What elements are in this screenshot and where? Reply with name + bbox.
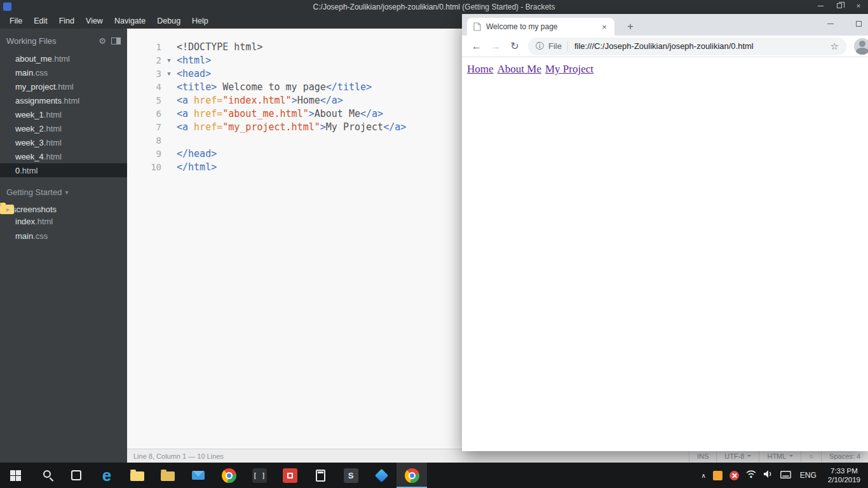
forward-button[interactable]: → [486,37,505,55]
working-file-assignments.html[interactable]: assignments.html [0,93,127,107]
language-indicator[interactable]: ENG [798,471,818,480]
menu-item-view[interactable]: View [80,14,109,29]
working-file-week_2.html[interactable]: week_2.html [0,121,127,135]
touch-keyboard-button[interactable] [780,470,791,481]
maximize-icon [856,21,862,27]
fold-arrow-icon[interactable]: ▼ [161,71,177,77]
project-header[interactable]: Getting Started ▾ [0,177,127,203]
working-file-about_me.html[interactable]: about_me.html [0,51,127,65]
file-name: week_2 [15,124,44,133]
browser-tab[interactable]: Welcome to my page × [467,18,614,36]
network-button[interactable] [746,470,756,481]
restore-icon [837,3,842,8]
tab-close-icon[interactable]: × [599,22,609,32]
diamond-app-button[interactable] [366,463,397,488]
page-link-my-project[interactable]: My Project [545,63,593,75]
new-tab-button[interactable]: + [622,19,639,34]
menu-item-file[interactable]: File [4,14,28,29]
language-selector[interactable]: HTML [759,449,801,463]
chrome-window: Welcome to my page × + ← → ↻ ⓘ File file… [462,14,868,451]
close-button[interactable]: × [849,0,868,11]
file-name: week_1 [15,110,44,119]
file-extension: .css [33,231,48,241]
working-files-header: Working Files ⚙ [0,29,127,51]
start-button[interactable] [0,463,31,488]
file-explorer-button[interactable] [122,463,153,488]
tray-orange-app-icon[interactable] [713,471,722,480]
page-link-about-me[interactable]: About Me [498,63,541,75]
file-extension: .css [33,68,48,78]
working-file-week_4.html[interactable]: week_4.html [0,149,127,163]
tree-folder-screenshots[interactable]: ▸screenshots [0,205,14,214]
diamond-app-icon [374,468,388,482]
code-text: <a href="about_me.html">About Me</a> [177,108,383,119]
s-app-icon: S [344,468,358,483]
fold-arrow-icon[interactable]: ▼ [161,57,177,64]
red-app-button[interactable] [275,463,305,488]
working-file-week_3.html[interactable]: week_3.html [0,135,127,149]
working-file-my_project.html[interactable]: my_project.html [0,79,127,93]
minimize-button[interactable] [816,14,844,33]
edge-icon: e [102,467,111,484]
minimize-button[interactable] [811,0,830,11]
url-text[interactable]: file:///C:/Joseph-Zoulikian/joseph-zouli… [574,41,825,51]
working-file-main.css[interactable]: main.css [0,65,127,79]
lint-status[interactable]: ○ [801,449,821,463]
restore-button[interactable] [830,0,849,11]
volume-button[interactable] [763,470,773,481]
calculator-button[interactable] [305,463,336,488]
chrome-window-controls [816,14,868,33]
working-file-week_1.html[interactable]: week_1.html [0,107,127,121]
folder-button[interactable] [153,463,183,488]
chrome-active-button[interactable] [397,463,427,488]
insert-mode-indicator[interactable]: INS [689,449,716,463]
taskbar: e [ ] S ∧ [0,463,868,488]
tree-file-main.css[interactable]: main.css [0,229,127,243]
file-extension: .html [44,124,62,133]
page-link-home[interactable]: Home [467,63,494,75]
clock-date: 2/10/2019 [828,475,860,484]
cursor-position-status: Line 8, Column 1 — 10 Lines [127,452,689,460]
bookmark-star-icon[interactable]: ☆ [831,41,839,52]
task-view-button[interactable] [61,463,92,488]
desktop: C:/Joseph-Zoulikian/joseph-zoulikian/0.h… [0,0,868,488]
brackets-titlebar[interactable]: C:/Joseph-Zoulikian/joseph-zoulikian/0.h… [0,0,868,14]
status-bar-right: INS UTF-8 HTML ○ Spaces: 4 [689,449,868,463]
keyboard-icon [780,471,791,478]
encoding-selector[interactable]: UTF-8 [716,449,759,463]
hidden-icons-chevron[interactable]: ∧ [701,472,705,479]
edge-button[interactable]: e [92,463,122,488]
page-info-icon[interactable]: ⓘ [536,41,544,52]
clock-time: 7:33 PM [828,466,860,475]
brackets-icon: [ ] [252,468,267,483]
gear-icon[interactable]: ⚙ [98,36,106,46]
tree-file-index.html[interactable]: index.html [0,214,127,229]
profile-avatar[interactable] [854,38,868,55]
red-app-icon [283,468,297,483]
split-view-icon[interactable] [111,37,121,44]
chrome-button[interactable] [214,463,244,488]
working-file-0.html[interactable]: 0.html [0,163,127,177]
search-button[interactable] [31,463,61,488]
tray-red-app-icon[interactable] [729,471,739,480]
reload-button[interactable]: ↻ [505,37,524,55]
mail-button[interactable] [183,463,214,488]
indent-setting[interactable]: Spaces: 4 [821,449,868,463]
clock[interactable]: 7:33 PM 2/10/2019 [825,466,863,484]
menu-item-debug[interactable]: Debug [151,14,186,29]
s-app-button[interactable]: S [336,463,366,488]
back-button[interactable]: ← [467,37,486,55]
menu-item-find[interactable]: Find [53,14,80,29]
maximize-button[interactable] [844,14,868,33]
brackets-button[interactable]: [ ] [244,463,275,488]
menu-item-edit[interactable]: Edit [28,14,53,29]
page-content: HomeAbout MeMy Project [462,57,868,451]
menu-item-help[interactable]: Help [186,14,214,29]
indent-value[interactable]: 4 [857,452,860,460]
address-bar[interactable]: ⓘ File file:///C:/Joseph-Zoulikian/josep… [528,37,846,55]
code-text: <head> [177,68,211,79]
chip-divider [567,41,568,51]
file-extension: .html [52,54,70,64]
file-extension: .html [44,138,62,147]
menu-item-navigate[interactable]: Navigate [109,14,151,29]
